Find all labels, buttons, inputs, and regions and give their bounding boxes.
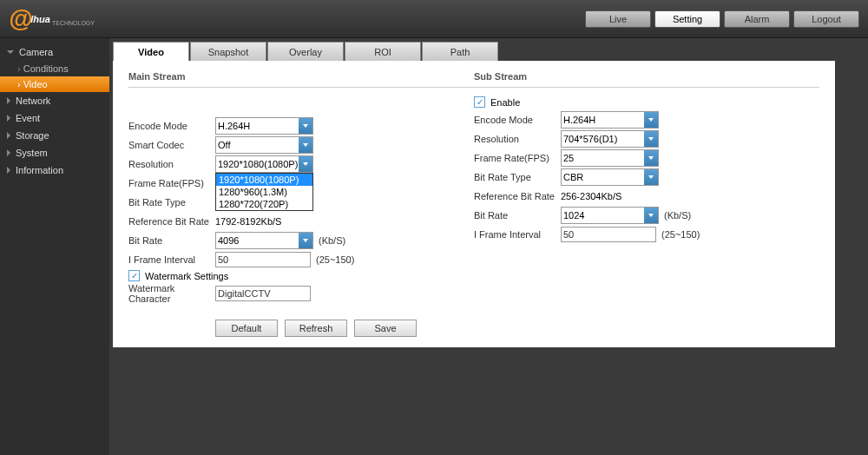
chevron-right-icon — [7, 167, 10, 174]
input-iframe-sub[interactable] — [561, 227, 656, 242]
unit-br-sub: (Kb/S) — [664, 210, 691, 221]
header: @ lhua TECHNOLOGY Live Setting Alarm Log… — [0, 0, 868, 38]
label-brtype-sub: Bit Rate Type — [474, 172, 561, 182]
value-encode-mode-main: H.264H — [218, 121, 250, 131]
resolution-option[interactable]: 1280*720(720P) — [216, 198, 312, 210]
label-iframe-sub: I Frame Interval — [474, 229, 561, 240]
main-stream-column: Main Stream Encode Mode H.264H Smart Cod… — [128, 71, 474, 337]
tab-video[interactable]: Video — [113, 42, 189, 61]
nav-alarm[interactable]: Alarm — [724, 10, 790, 28]
sidebar-label-storage: Storage — [16, 130, 49, 141]
select-resolution-sub[interactable]: 704*576(D1) — [561, 130, 659, 148]
value-refbr-main: 1792-8192Kb/S — [215, 216, 281, 227]
main-stream-title: Main Stream — [128, 71, 474, 88]
sidebar-section-network[interactable]: Network — [0, 92, 109, 109]
label-enable-sub: Enable — [490, 97, 520, 108]
label-br-sub: Bit Rate — [474, 210, 561, 221]
label-resolution-main: Resolution — [128, 159, 215, 169]
value-fps-sub: 25 — [563, 153, 574, 163]
sidebar-item-conditions[interactable]: Conditions — [0, 61, 109, 76]
sidebar-label-event: Event — [16, 113, 40, 123]
nav-logout[interactable]: Logout — [793, 10, 859, 28]
brand-logo: @ lhua TECHNOLOGY — [9, 5, 95, 33]
input-iframe-main[interactable] — [215, 252, 311, 267]
label-refbr-main: Reference Bit Rate — [128, 216, 215, 227]
chevron-down-icon — [7, 50, 14, 54]
select-br-sub[interactable]: 1024 — [561, 207, 659, 224]
label-refbr-sub: Reference Bit Rate — [474, 191, 561, 201]
label-smart-codec: Smart Codec — [128, 140, 215, 150]
dropdown-arrow-icon — [644, 131, 658, 147]
value-br-main: 4096 — [218, 235, 239, 246]
tab-snapshot[interactable]: Snapshot — [190, 42, 266, 61]
select-brtype-sub[interactable]: CBR — [561, 168, 659, 186]
select-smart-codec[interactable]: Off — [215, 136, 313, 154]
dropdown-arrow-icon — [644, 112, 658, 128]
tabs: Video Snapshot Overlay ROI Path — [113, 42, 868, 61]
sidebar-label-network: Network — [16, 96, 50, 106]
value-encode-mode-sub: H.264H — [563, 115, 595, 125]
sidebar-section-camera[interactable]: Camera — [0, 43, 109, 61]
resolution-option[interactable]: 1280*960(1.3M) — [216, 186, 312, 198]
sidebar-item-video[interactable]: Video — [0, 76, 109, 92]
label-encode-mode-sub: Encode Mode — [474, 115, 561, 125]
dropdown-arrow-icon — [644, 150, 658, 166]
logo-accent-icon: @ — [9, 5, 32, 33]
dropdown-arrow-icon — [299, 118, 312, 134]
sidebar-section-system[interactable]: System — [0, 144, 109, 162]
select-encode-mode-sub[interactable]: H.264H — [561, 111, 659, 129]
nav-buttons: Live Setting Alarm Logout — [585, 10, 859, 28]
label-fps-sub: Frame Rate(FPS) — [474, 153, 561, 163]
save-button[interactable]: Save — [354, 320, 417, 337]
tab-roi[interactable]: ROI — [345, 42, 421, 61]
nav-setting[interactable]: Setting — [654, 10, 720, 28]
sidebar-section-storage[interactable]: Storage — [0, 127, 109, 144]
checkbox-enable-sub[interactable]: ✓ — [474, 96, 485, 108]
tab-path[interactable]: Path — [422, 42, 498, 61]
dropdown-arrow-icon — [644, 169, 658, 185]
brand-name: lhua — [30, 14, 50, 24]
value-resolution-main: 1920*1080(1080P) — [218, 159, 298, 169]
value-smart-codec: Off — [218, 140, 230, 150]
label-brtype-main: Bit Rate Type — [128, 197, 215, 208]
label-encode-mode: Encode Mode — [128, 121, 215, 131]
value-br-sub: 1024 — [563, 210, 584, 221]
label-br-main: Bit Rate — [128, 235, 215, 246]
brand-subtitle: TECHNOLOGY — [52, 20, 95, 26]
select-resolution-main[interactable]: 1920*1080(1080P) 1920*1080(1080P) 1280*9… — [215, 155, 313, 173]
sidebar-label-system: System — [16, 148, 48, 158]
content: Video Snapshot Overlay ROI Path Main Str… — [109, 38, 868, 455]
refresh-button[interactable]: Refresh — [285, 320, 347, 337]
sub-stream-title: Sub Stream — [474, 71, 819, 88]
sub-stream-column: Sub Stream ✓ Enable Encode Mode H.264H R… — [474, 71, 819, 337]
input-wm-char[interactable] — [215, 286, 311, 301]
hint-iframe-sub: (25~150) — [661, 229, 700, 240]
nav-live[interactable]: Live — [585, 10, 651, 28]
checkbox-watermark[interactable]: ✓ — [128, 270, 140, 281]
resolution-dropdown: 1920*1080(1080P) 1280*960(1.3M) 1280*720… — [215, 173, 313, 211]
default-button[interactable]: Default — [215, 320, 278, 337]
select-br-main[interactable]: 4096 — [215, 232, 313, 249]
sidebar-section-event[interactable]: Event — [0, 109, 109, 127]
chevron-right-icon — [7, 149, 10, 156]
hint-iframe-main: (25~150) — [316, 254, 354, 265]
label-iframe-main: I Frame Interval — [128, 254, 215, 265]
value-brtype-sub: CBR — [563, 172, 583, 182]
select-encode-mode-main[interactable]: H.264H — [215, 117, 313, 135]
select-fps-sub[interactable]: 25 — [561, 149, 659, 167]
sidebar: Camera Conditions Video Network Event St… — [0, 38, 109, 455]
dropdown-arrow-icon — [299, 156, 312, 172]
chevron-right-icon — [7, 115, 10, 122]
chevron-right-icon — [7, 97, 10, 104]
dropdown-arrow-icon — [299, 233, 312, 248]
sidebar-label-information: Information — [16, 165, 63, 175]
action-row: Default Refresh Save — [215, 320, 474, 337]
resolution-option[interactable]: 1920*1080(1080P) — [216, 174, 312, 186]
label-wm-char: Watermark Character — [128, 283, 215, 304]
tab-overlay[interactable]: Overlay — [267, 42, 344, 61]
label-resolution-sub: Resolution — [474, 134, 561, 144]
value-resolution-sub: 704*576(D1) — [563, 134, 617, 144]
sidebar-section-information[interactable]: Information — [0, 162, 109, 179]
unit-br-main: (Kb/S) — [319, 235, 345, 246]
dropdown-arrow-icon — [299, 137, 312, 153]
